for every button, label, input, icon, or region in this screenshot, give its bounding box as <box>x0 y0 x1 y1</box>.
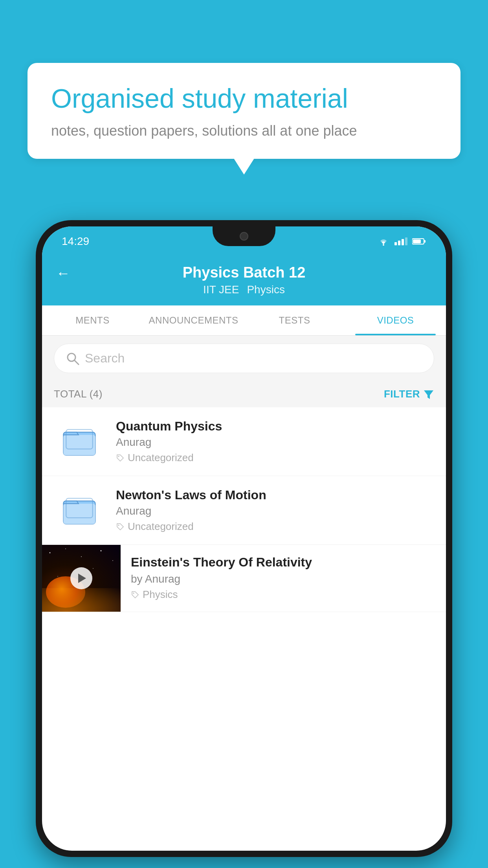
list-item[interactable]: Newton's Laws of Motion Anurag Uncategor… <box>42 476 446 545</box>
header-title: Physics Batch 12 <box>183 264 306 281</box>
back-button[interactable]: ← <box>56 265 70 281</box>
video-title: Einstein's Theory Of Relativity <box>131 555 436 570</box>
tag-label: Uncategorized <box>128 520 194 533</box>
play-triangle-icon <box>78 574 86 583</box>
status-icons <box>377 237 426 246</box>
svg-point-16 <box>65 548 66 549</box>
video-author: Anurag <box>116 436 434 449</box>
header-tag-iitjee: IIT JEE <box>203 283 239 296</box>
status-bar: 14:29 <box>42 226 446 256</box>
svg-point-21 <box>57 576 58 577</box>
filter-row: TOTAL (4) FILTER <box>42 381 446 407</box>
notch <box>213 226 275 246</box>
folder-icon <box>62 424 97 459</box>
video-info: Newton's Laws of Motion Anurag Uncategor… <box>116 488 434 533</box>
tab-announcements[interactable]: ANNOUNCEMENTS <box>143 305 244 335</box>
tabs-container: MENTS ANNOUNCEMENTS TESTS VIDEOS <box>42 305 446 336</box>
svg-rect-3 <box>413 239 421 243</box>
filter-label: FILTER <box>384 388 420 400</box>
svg-point-19 <box>112 560 113 561</box>
svg-rect-12 <box>64 504 95 524</box>
video-info: Einstein's Theory Of Relativity by Anura… <box>121 545 446 611</box>
svg-rect-2 <box>424 240 426 243</box>
svg-point-22 <box>133 592 134 594</box>
tag-icon <box>116 522 125 531</box>
tag-icon <box>116 454 125 462</box>
tab-ments[interactable]: MENTS <box>42 305 143 335</box>
svg-rect-8 <box>64 435 95 455</box>
search-bar[interactable]: Search <box>54 344 434 373</box>
video-tag: Physics <box>131 588 436 601</box>
video-title: Newton's Laws of Motion <box>116 488 434 502</box>
speech-bubble: Organised study material notes, question… <box>28 63 460 159</box>
battery-icon <box>412 237 426 245</box>
list-item[interactable]: Quantum Physics Anurag Uncategorized <box>42 407 446 476</box>
wifi-icon <box>377 237 390 246</box>
search-icon <box>66 352 79 365</box>
svg-point-17 <box>81 556 82 557</box>
app-header: ← Physics Batch 12 IIT JEE Physics <box>42 256 446 305</box>
folder-thumbnail <box>54 491 105 530</box>
filter-funnel-icon <box>423 389 434 400</box>
phone-screen: 14:29 <box>42 226 446 851</box>
video-title: Quantum Physics <box>116 419 434 434</box>
svg-point-14 <box>118 524 119 526</box>
folder-thumbnail <box>54 422 105 461</box>
video-list: Quantum Physics Anurag Uncategorized <box>42 407 446 612</box>
video-tag: Uncategorized <box>116 520 434 533</box>
bubble-title: Organised study material <box>51 83 437 115</box>
video-author: by Anurag <box>131 573 436 585</box>
total-count: TOTAL (4) <box>54 388 103 400</box>
header-tag-physics: Physics <box>247 283 284 296</box>
video-info: Quantum Physics Anurag Uncategorized <box>116 419 434 464</box>
tab-videos[interactable]: VIDEOS <box>345 305 446 335</box>
header-tags: IIT JEE Physics <box>203 283 285 296</box>
folder-icon <box>62 493 97 528</box>
svg-point-20 <box>93 568 94 569</box>
video-thumbnail <box>42 545 121 612</box>
search-container: Search <box>42 336 446 381</box>
svg-point-15 <box>50 552 51 554</box>
bubble-subtitle: notes, question papers, solutions all at… <box>51 123 437 139</box>
camera-icon <box>240 232 248 241</box>
svg-marker-6 <box>424 390 433 399</box>
tag-icon <box>131 590 139 599</box>
video-author: Anurag <box>116 505 434 517</box>
video-tag: Uncategorized <box>116 452 434 464</box>
tab-tests[interactable]: TESTS <box>244 305 345 335</box>
search-placeholder: Search <box>85 351 125 366</box>
status-time: 14:29 <box>62 235 89 248</box>
svg-point-18 <box>101 550 102 552</box>
phone-frame: 14:29 <box>36 220 452 857</box>
tag-label: Physics <box>143 588 178 601</box>
svg-point-10 <box>118 456 119 457</box>
tag-label: Uncategorized <box>128 452 194 464</box>
play-button[interactable] <box>70 567 92 589</box>
filter-button[interactable]: FILTER <box>384 388 434 400</box>
list-item[interactable]: Einstein's Theory Of Relativity by Anura… <box>42 545 446 612</box>
svg-line-5 <box>74 360 79 364</box>
signal-icon <box>394 237 407 245</box>
svg-point-0 <box>383 244 384 246</box>
